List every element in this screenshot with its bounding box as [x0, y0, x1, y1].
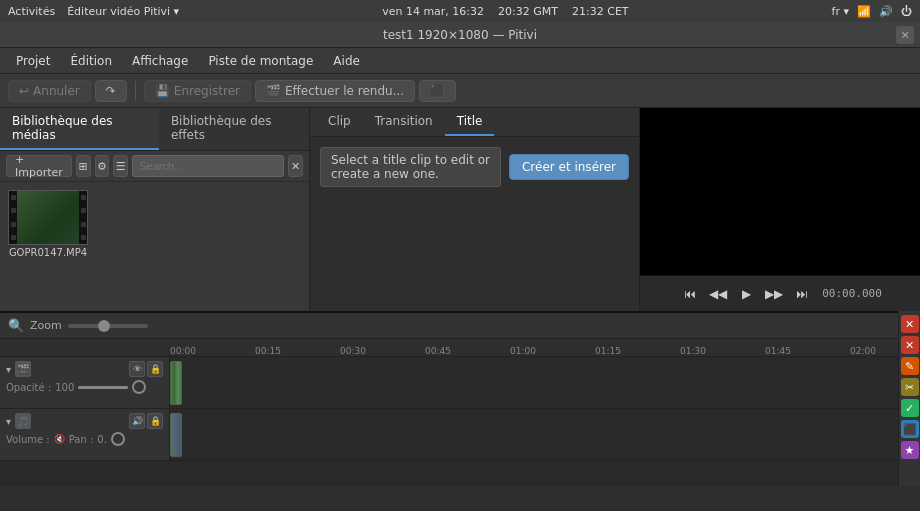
media-grid: GOPR0147.MP4: [0, 182, 309, 311]
save-button[interactable]: 💾 Enregistrer: [144, 80, 251, 102]
menu-aide[interactable]: Aide: [325, 52, 368, 70]
menu-edition[interactable]: Édition: [62, 52, 120, 70]
media-thumbnail: [8, 190, 88, 245]
create-insert-button[interactable]: Créer et insérer: [509, 154, 629, 180]
skip-back-button[interactable]: ⏮: [678, 282, 702, 306]
render-settings-icon: ⬛: [430, 84, 445, 98]
render-settings-button[interactable]: ⬛: [419, 80, 456, 102]
video-clip[interactable]: [170, 361, 182, 405]
ruler-mark: 00:45: [425, 346, 510, 356]
undo-button[interactable]: ↩ Annuler: [8, 80, 91, 102]
menu-affichage[interactable]: Affichage: [124, 52, 196, 70]
track-lock-button[interactable]: 🔒: [147, 361, 163, 377]
video-track-body[interactable]: [170, 357, 920, 408]
tab-transition[interactable]: Transition: [363, 108, 445, 136]
media-filename: GOPR0147.MP4: [9, 247, 87, 258]
save-label: Enregistrer: [174, 84, 240, 98]
audio-clip[interactable]: [170, 413, 182, 457]
search-clear-button[interactable]: ✕: [288, 155, 303, 177]
film-hole: [11, 235, 16, 240]
timeline-side-icons: ✕ ✕ ✎ ✂ ✓ ⬛ ★: [898, 311, 920, 486]
timeline-toolbar: 🔍 Zoom: [0, 313, 920, 339]
clip-content: Select a title clip to edit or create a …: [310, 137, 639, 311]
timeline-action-icon-6[interactable]: ⬛: [901, 420, 919, 438]
undo-label: Annuler: [33, 84, 80, 98]
film-hole: [81, 235, 86, 240]
time2-label: 21:32 CET: [572, 5, 629, 18]
volume-mute-icon: 🔇: [54, 434, 65, 444]
render-button[interactable]: 🎬 Effectuer le rendu...: [255, 80, 415, 102]
time1-label: 20:32 GMT: [498, 5, 558, 18]
save-icon: 💾: [155, 84, 170, 98]
list-item[interactable]: GOPR0147.MP4: [8, 190, 88, 303]
app-name-label[interactable]: Éditeur vidéo Pitivi ▾: [67, 5, 179, 18]
step-fwd-button[interactable]: ▶▶: [762, 282, 786, 306]
filter-button[interactable]: ⚙: [95, 155, 110, 177]
menu-projet[interactable]: Projet: [8, 52, 58, 70]
list-view-button[interactable]: ☰: [113, 155, 128, 177]
volume-keyframe-button[interactable]: [111, 432, 125, 446]
opacity-keyframe-button[interactable]: [132, 380, 146, 394]
ruler-mark: 00:30: [340, 346, 425, 356]
timeline-action-icon-7[interactable]: ★: [901, 441, 919, 459]
audio-track-body[interactable]: [170, 409, 920, 460]
track-expand-button[interactable]: ▾: [6, 364, 11, 375]
zoom-label: Zoom: [30, 319, 62, 332]
film-strip-right: [79, 191, 87, 244]
opacity-value: 100: [55, 382, 74, 393]
close-button[interactable]: ✕: [896, 26, 914, 44]
ruler-mark: 01:30: [680, 346, 765, 356]
volume-label: Volume :: [6, 434, 50, 445]
play-button[interactable]: ▶: [734, 282, 758, 306]
menu-piste-montage[interactable]: Piste de montage: [200, 52, 321, 70]
timeline-action-icon-3[interactable]: ✎: [901, 357, 919, 375]
skip-fwd-button[interactable]: ⏭: [790, 282, 814, 306]
timeline-action-icon-4[interactable]: ✂: [901, 378, 919, 396]
video-preview-panel: ⏮ ◀◀ ▶ ▶▶ ⏭ 00:00.000: [640, 108, 920, 311]
timeline-action-icon-1[interactable]: ✕: [901, 315, 919, 333]
thumbnail-image: [9, 191, 87, 244]
datetime-label: ven 14 mar, 16:32: [382, 5, 484, 18]
tab-clip[interactable]: Clip: [316, 108, 363, 136]
timeline-tracks: ▾ 🎬 👁 🔒 Opacité : 100: [0, 357, 920, 486]
video-track-icon: 🎬: [15, 361, 31, 377]
track-opacity-prop: Opacité : 100: [6, 380, 163, 394]
render-icon: 🎬: [266, 84, 281, 98]
view-toggle-button[interactable]: ⊞: [76, 155, 91, 177]
ruler-mark: 00:15: [255, 346, 340, 356]
search-input[interactable]: [132, 155, 284, 177]
timeline-ruler: 00:00 00:15 00:30 00:45 01:00 01:15 01:3…: [0, 339, 920, 357]
zoom-thumb[interactable]: [98, 320, 110, 332]
video-track-header: ▾ 🎬 👁 🔒 Opacité : 100: [0, 357, 170, 408]
lang-label[interactable]: fr ▾: [832, 5, 849, 18]
opacity-slider[interactable]: [78, 386, 128, 389]
title-bar: test1 1920×1080 — Pitivi ✕: [0, 22, 920, 48]
import-button[interactable]: + Importer: [6, 155, 72, 177]
timeline-action-icon-5[interactable]: ✓: [901, 399, 919, 417]
tab-media-library[interactable]: Bibliothèque des médias: [0, 108, 159, 150]
step-back-button[interactable]: ◀◀: [706, 282, 730, 306]
track-visibility-button[interactable]: 👁: [129, 361, 145, 377]
video-track: ▾ 🎬 👁 🔒 Opacité : 100: [0, 357, 920, 409]
title-info-message: Select a title clip to edit or create a …: [320, 147, 501, 187]
film-hole: [11, 195, 16, 200]
zoom-slider[interactable]: [68, 324, 148, 328]
render-label: Effectuer le rendu...: [285, 84, 404, 98]
track-expand-button[interactable]: ▾: [6, 416, 11, 427]
film-hole: [81, 195, 86, 200]
film-hole: [11, 222, 16, 227]
activities-label[interactable]: Activités: [8, 5, 55, 18]
toolbar-separator: [135, 81, 136, 101]
window-title: test1 1920×1080 — Pitivi: [383, 28, 537, 42]
track-mute-button[interactable]: 🔊: [129, 413, 145, 429]
timeline-action-icon-2[interactable]: ✕: [901, 336, 919, 354]
film-hole: [81, 222, 86, 227]
redo-button[interactable]: ↷: [95, 80, 127, 102]
tab-effects-library[interactable]: Bibliothèque des effets: [159, 108, 309, 150]
tab-title[interactable]: Title: [445, 108, 495, 136]
timeline: 🔍 Zoom 00:00 00:15 00:30 00:45 01:00 01:…: [0, 311, 920, 486]
track-lock-button[interactable]: 🔒: [147, 413, 163, 429]
timecode-display: 00:00.000: [822, 287, 882, 300]
track-header-top: ▾ 🎬 👁 🔒: [6, 361, 163, 377]
film-hole: [81, 208, 86, 213]
